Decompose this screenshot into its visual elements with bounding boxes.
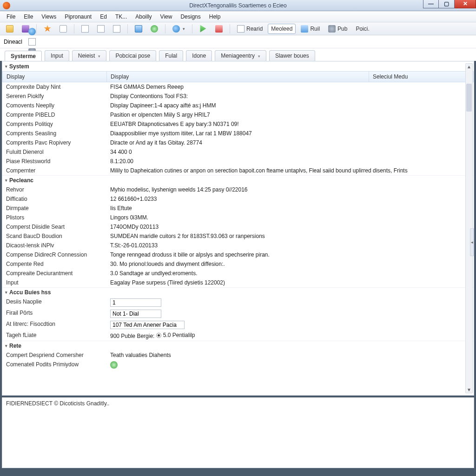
property-value: 34 400 0 — [109, 148, 474, 156]
property-value: T.St:-26-01.020133 — [109, 242, 474, 249]
window-controls: — ▢ ✕ — [423, 0, 476, 8]
toolbar-separator — [127, 24, 128, 33]
scroll-down-icon[interactable]: ▼ — [466, 387, 472, 393]
toolbar-ruil-button[interactable]: Ruil — [298, 24, 323, 34]
toolbar-star-button[interactable] — [40, 24, 54, 34]
menu-file[interactable]: File — [3, 12, 19, 21]
toolbar-open-button[interactable] — [3, 24, 17, 34]
tab-input[interactable]: Input — [45, 50, 69, 61]
property-row: Comprerits Pavc RopiveryDiracte or And a… — [2, 138, 474, 147]
toolbar-red-button[interactable] — [212, 24, 226, 34]
tab-fulal[interactable]: Fulal — [159, 50, 183, 61]
radio-label: 5.0 Pentialilp — [163, 332, 195, 338]
property-name: Comprents Politiqy — [5, 120, 109, 128]
property-name: Firail Pôrts — [5, 309, 109, 318]
radio-option[interactable]: 5.0 Pentialilp — [156, 332, 195, 338]
disk-icon — [135, 25, 142, 33]
property-value — [109, 320, 474, 330]
property-row: Piase Rlestsworld8.1:20.00 — [2, 157, 474, 166]
toolbar-meoled-button[interactable]: Meoleed — [268, 24, 296, 34]
toolbar-globe-button[interactable] — [169, 24, 188, 34]
console-line: FIDIERNEDSIECT © Dicoticists Gnaditly.. — [6, 400, 109, 407]
tab-neieist[interactable]: Neieist — [72, 50, 107, 61]
toolbar-pub-button[interactable]: Pub — [325, 24, 350, 34]
property-name: Compente Red — [5, 260, 109, 268]
property-input[interactable] — [110, 321, 185, 329]
menu-elle[interactable]: Elle — [20, 12, 37, 21]
tab-meniageentry[interactable]: Meniageentry — [215, 50, 266, 61]
property-value: SUMDEAN maridle cuitors 2 for 8183ST.93.… — [109, 232, 474, 240]
property-row: RehvorMyhio modelisc, liyshenign weelds … — [2, 185, 474, 194]
property-value: Myhio modelisc, liyshenign weelds 14:25 … — [109, 186, 474, 193]
refresh-icon — [151, 25, 158, 33]
property-row: Compense DidirecR ConnessionTonge rennge… — [2, 250, 474, 259]
rearid-icon — [237, 25, 245, 33]
maximize-button[interactable]: ▢ — [439, 0, 455, 8]
property-row: Comprents SeaslingDiaapposibliier mye sy… — [2, 129, 474, 138]
red-icon — [215, 25, 223, 33]
column-header[interactable]: Seleciul Medu — [369, 72, 473, 82]
toolbar-rearid-button[interactable]: Rearid — [234, 24, 266, 34]
minimize-button[interactable]: — — [423, 0, 439, 8]
scroll-up-icon[interactable]: ▲ — [466, 64, 472, 70]
tab-pobcicaipose[interactable]: Pobcicai pose — [109, 50, 156, 61]
property-row: Compert Despriend ComersherTeath valuati… — [2, 350, 474, 360]
toolbar-separator — [230, 24, 230, 33]
property-row: Dicaost-lensk iNPlvT.St:-26-01.020133 — [2, 241, 474, 250]
menu-view[interactable]: View — [157, 12, 176, 21]
property-value: Diracte or And ay it fas Gbitay. 28774 — [109, 139, 474, 146]
toolbar-disk-button[interactable] — [132, 24, 145, 34]
menu-tk[interactable]: TK... — [112, 12, 131, 21]
property-row: Fuluitt Dienerol34 400 0 — [2, 147, 474, 157]
property-input[interactable] — [110, 310, 161, 318]
property-row: Comperst Diisidle Seart1740OMDy 020113 — [2, 222, 474, 231]
column-header[interactable]: Display — [107, 72, 369, 82]
radio-prefix: 900 Puble Bergie: — [110, 333, 156, 339]
toolbar2-btn-1[interactable] — [25, 37, 39, 47]
toolbar-poici-button[interactable]: Poici. — [352, 24, 372, 34]
ruil-icon — [301, 25, 308, 33]
menu-views[interactable]: Views — [38, 12, 60, 21]
page1-icon — [81, 25, 89, 33]
toolbar-refresh-button[interactable] — [147, 24, 161, 34]
tab-label: Idone — [192, 53, 206, 59]
tab-systerme[interactable]: Systerme — [5, 51, 42, 61]
close-button[interactable]: ✕ — [455, 0, 476, 8]
property-value: FIS4 GMMAS Demers Reeep — [109, 83, 474, 91]
property-name: Input — [5, 279, 109, 286]
toolbar-page2-button[interactable] — [94, 24, 108, 34]
property-name: Difficatio — [5, 195, 109, 203]
category-pecleanc[interactable]: Pecleanc — [2, 175, 474, 185]
menu-aboilly[interactable]: Aboilly — [132, 12, 155, 21]
toolbar-page3-button[interactable] — [110, 24, 124, 34]
category-system[interactable]: System — [2, 61, 474, 71]
menu-pipronaunt[interactable]: Pipronaunt — [61, 12, 95, 21]
toolbar-tab-button[interactable] — [56, 24, 70, 34]
property-input[interactable] — [110, 298, 161, 307]
category-rete[interactable]: Rete — [2, 341, 474, 350]
toolbar-page1-button[interactable] — [78, 24, 92, 34]
toolbar-play-button[interactable] — [196, 24, 210, 34]
category-accubuieshss[interactable]: Accu Buies hss — [2, 287, 474, 297]
toolbar-pub-label: Pub — [337, 26, 347, 32]
toolbar2-icon-0 — [28, 28, 36, 35]
property-name: Compense DidirecR Connession — [5, 251, 109, 258]
property-name: Dirmpate — [5, 205, 109, 212]
property-value: 12 661660+1.0233 — [109, 195, 474, 203]
menu-ed[interactable]: Ed — [96, 12, 111, 21]
menu-help[interactable]: Help — [205, 12, 225, 21]
tab-slawerboues[interactable]: Slawer boues — [269, 50, 315, 61]
menubar: FileElleViewsPipronauntEdTK...AboillyVie… — [0, 11, 476, 22]
toolbar2-btn-0[interactable] — [25, 26, 39, 37]
output-console: FIDIERNEDSIECT © Dicoticists Gnaditly.. — [2, 397, 474, 468]
property-value: 1740OMDy 020113 — [109, 223, 474, 231]
collapse-handle-icon[interactable]: ◂ — [470, 228, 474, 256]
column-header[interactable]: Display — [3, 72, 107, 82]
property-value: 30. Mo prionol:loueds and diwyment diffe… — [109, 260, 474, 268]
scroll-thumb[interactable] — [466, 84, 472, 112]
tab-label: Meniageentry — [221, 53, 255, 59]
pub-icon — [328, 25, 336, 33]
menu-designs[interactable]: Designs — [177, 12, 204, 21]
tabs-row: SystermeInputNeieistPobcicai poseFulalId… — [0, 48, 476, 61]
tab-idone[interactable]: Idone — [186, 50, 212, 61]
